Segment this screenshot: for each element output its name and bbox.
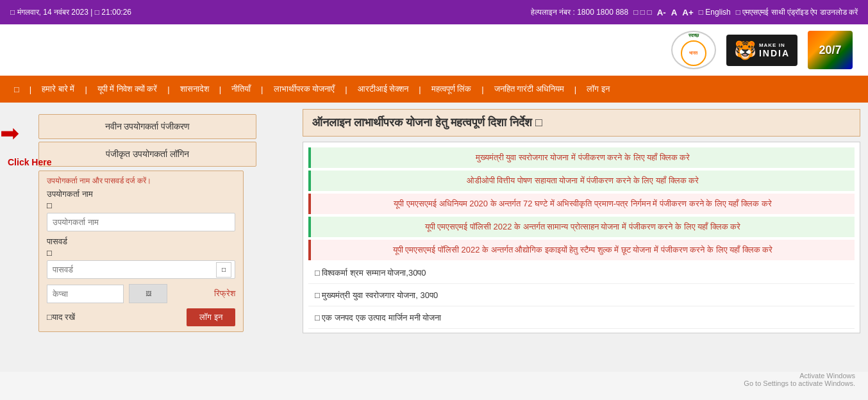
password-checkbox-row: □ — [47, 248, 235, 258]
nav-about[interactable]: हमारे बारे में — [33, 78, 83, 101]
nav-login[interactable]: लॉग इन — [578, 78, 619, 101]
scheme-list-item[interactable]: □ मुख्यमंत्री युवा स्वरोजगार योजना, 30प0 — [308, 285, 855, 306]
scheme-list: □ विश्वकर्मा श्रम सम्मान योजना,30प0□ मुख… — [303, 263, 860, 329]
remember-me-label[interactable]: □याद रखें — [47, 312, 75, 322]
nav-rti[interactable]: आरटीआई सेक्शन — [349, 78, 418, 101]
arrow-annotation: ➡ — [0, 122, 19, 145]
azadi-logo: 20/7 — [808, 31, 853, 69]
username-label: उपयोगकर्ता नाम — [47, 189, 235, 199]
login-form-hint: उपयोगकर्ता नाम और पासवर्ड दर्ज करें। — [47, 176, 235, 185]
notices-container[interactable]: मुख्यमंत्री युवा स्वरोजगार योजना में पंज… — [303, 142, 860, 333]
login-form: उपयोगकर्ता नाम और पासवर्ड दर्ज करें। उपय… — [38, 171, 244, 332]
sep-chars: □ □ □ — [633, 8, 651, 17]
section-title-text: ऑनलाइन लाभार्थीपरक योजना हेतु महत्वपूर्ण… — [312, 116, 542, 129]
logo-bar: स्वच्छ भारत 🐯 MAKE IN INDIA 20/7 — [0, 24, 868, 76]
section-title: ऑनलाइन लाभार्थीपरक योजना हेतु महत्वपूर्ण… — [303, 109, 860, 137]
nav-bar: □ | हमारे बारे में | यूपी में निवेश क्यो… — [0, 76, 868, 103]
swachh-logo-img: स्वच्छ भारत — [671, 31, 716, 69]
captcha-image: 🖼 — [129, 284, 167, 303]
captcha-refresh-btn[interactable]: रिफ्रेश — [214, 288, 235, 299]
password-checkbox: □ — [47, 248, 52, 258]
nav-home[interactable]: □ — [5, 78, 28, 101]
nav-schemes[interactable]: लाभार्थीपरक योजनाएँ — [265, 78, 344, 101]
registered-user-login-btn[interactable]: पंजीकृत उपयोगकर्ता लॉगिन — [38, 142, 256, 167]
make-in-india-text: MAKE IN INDIA — [759, 42, 790, 58]
swachh-bharat-logo: स्वच्छ भारत — [671, 31, 716, 69]
scheme-list-item[interactable]: □ विश्वकर्मा श्रम सम्मान योजना,30प0 — [308, 263, 855, 284]
azadi-logo-img: 20/7 — [808, 31, 853, 69]
red-arrow-icon: ➡ — [0, 122, 19, 145]
make-in-india-logo: 🐯 MAKE IN INDIA — [726, 35, 797, 66]
captcha-row: 🖼 रिफ्रेश — [47, 284, 235, 303]
password-row: □ — [47, 260, 235, 279]
login-submit-btn[interactable]: लॉग इन — [187, 308, 235, 326]
username-checkbox-row: □ — [47, 201, 235, 210]
captcha-input[interactable] — [47, 285, 124, 303]
notices-list: मुख्यमंत्री युवा स्वरोजगार योजना में पंज… — [303, 147, 860, 260]
password-label: पासवर्ड — [47, 237, 235, 247]
notice-item[interactable]: यूपी एमएसएमई पॉलिसी 2022 के अन्तर्गत औद्… — [308, 240, 855, 260]
top-bar-right: हेल्पलाइन नंबर : 1800 1800 888 □ □ □ A- … — [531, 8, 858, 17]
top-bar-left: □ मंगलवार, 14 नवंबर 2023 | □ 21:00:26 — [10, 8, 131, 17]
main-content: ➡ Click Here नवीन उपयोगकर्ता पंजीकरण पंज… — [0, 103, 868, 372]
password-input[interactable] — [47, 260, 235, 279]
font-larger-btn[interactable]: A+ — [682, 8, 693, 17]
password-toggle-btn[interactable]: □ — [216, 262, 231, 278]
notice-item[interactable]: यूपी एमएसएमई पॉलिसी 2022 के अन्तर्गत साम… — [308, 217, 855, 237]
font-normal-btn[interactable]: A — [671, 8, 678, 17]
new-user-registration-btn[interactable]: नवीन उपयोगकर्ता पंजीकरण — [38, 114, 256, 139]
nav-invest[interactable]: यूपी में निवेश क्यों करें — [88, 78, 166, 101]
date-time: □ मंगलवार, 14 नवंबर 2023 | □ 21:00:26 — [10, 8, 131, 17]
font-smaller-btn[interactable]: A- — [657, 8, 666, 17]
notice-item[interactable]: मुख्यमंत्री युवा स्वरोजगार योजना में पंज… — [308, 147, 855, 168]
right-content: ऑनलाइन लाभार्थीपरक योजना हेतु महत्वपूर्ण… — [295, 103, 868, 372]
helpline-label: हेल्पलाइन नंबर : 1800 1800 888 — [531, 8, 628, 17]
click-here-label: Click Here — [8, 157, 51, 167]
top-bar: □ मंगलवार, 14 नवंबर 2023 | □ 21:00:26 हे… — [0, 0, 868, 24]
azadi-text: 20/7 — [819, 44, 841, 57]
nav-rti2[interactable]: जनहित गारंटी अधिनियम — [485, 78, 573, 101]
make-in-india-box: 🐯 MAKE IN INDIA — [726, 35, 797, 66]
notice-item[interactable]: ओडीओपी वित्तीय पोषण सहायता योजना में पंज… — [308, 171, 855, 191]
notice-item[interactable]: यूपी एमएसएमई अधिनियम 2020 के अन्तर्गत 72… — [308, 194, 855, 214]
login-bottom-row: □याद रखें लॉग इन — [47, 308, 235, 326]
nav-policies[interactable]: नीतियाँ — [222, 78, 260, 101]
tiger-icon: 🐯 — [734, 40, 756, 61]
app-download-link[interactable]: □ एमएसएमई साथी एंड्रॉइड ऐप डाउनलोड करें — [736, 8, 858, 17]
username-input[interactable] — [47, 213, 235, 231]
nav-orders[interactable]: शासनादेश — [171, 78, 218, 101]
english-link[interactable]: □ English — [699, 8, 731, 17]
scheme-list-item[interactable]: □ एक जनपद एक उत्पाद मार्जिन मनी योजना — [308, 308, 855, 329]
nav-links[interactable]: महत्वपूर्ण लिंक — [422, 78, 481, 101]
left-sidebar: ➡ Click Here नवीन उपयोगकर्ता पंजीकरण पंज… — [0, 103, 295, 372]
username-checkbox: □ — [47, 201, 52, 210]
